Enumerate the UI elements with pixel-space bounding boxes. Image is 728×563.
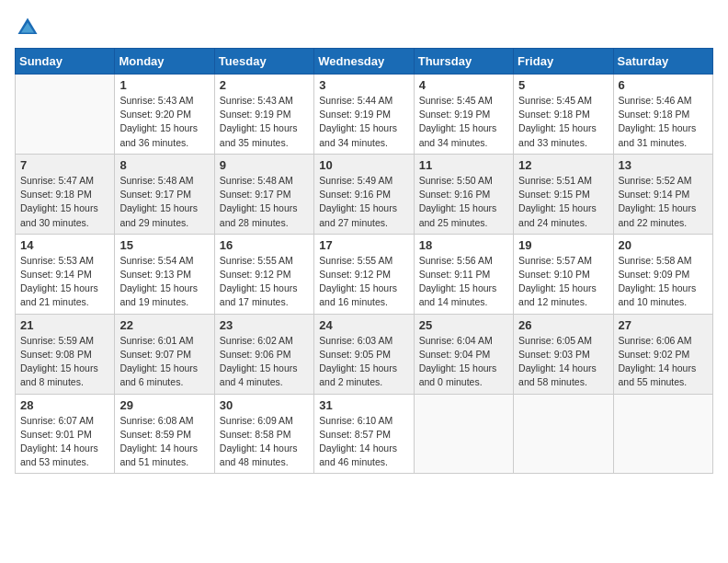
day-number: 8 [119,158,209,172]
calendar-cell: 23Sunrise: 6:02 AM Sunset: 9:06 PM Dayli… [214,314,313,394]
day-number: 25 [419,318,508,332]
day-number: 24 [319,318,408,332]
weekday-header-monday: Monday [115,49,214,75]
day-number: 13 [619,158,708,172]
calendar-cell: 22Sunrise: 6:01 AM Sunset: 9:07 PM Dayli… [115,314,214,394]
calendar-cell: 19Sunrise: 5:57 AM Sunset: 9:10 PM Dayli… [514,234,613,314]
day-number: 19 [518,238,608,252]
calendar-cell: 28Sunrise: 6:07 AM Sunset: 9:01 PM Dayli… [16,394,115,474]
weekday-header-friday: Friday [514,49,613,75]
logo-icon [15,15,40,40]
day-info: Sunrise: 5:48 AM Sunset: 9:17 PM Dayligh… [220,174,309,230]
day-number: 10 [319,158,408,172]
calendar-cell: 26Sunrise: 6:05 AM Sunset: 9:03 PM Dayli… [514,314,613,394]
day-info: Sunrise: 6:02 AM Sunset: 9:06 PM Dayligh… [220,334,309,390]
day-number: 2 [220,78,309,92]
day-info: Sunrise: 5:54 AM Sunset: 9:13 PM Dayligh… [119,254,209,310]
week-row-3: 14Sunrise: 5:53 AM Sunset: 9:14 PM Dayli… [16,234,713,314]
calendar-cell [514,394,613,474]
calendar-cell: 9Sunrise: 5:48 AM Sunset: 9:17 PM Daylig… [214,154,313,234]
day-info: Sunrise: 5:57 AM Sunset: 9:10 PM Dayligh… [518,254,608,310]
day-info: Sunrise: 6:01 AM Sunset: 9:07 PM Dayligh… [119,334,209,390]
day-info: Sunrise: 5:52 AM Sunset: 9:14 PM Dayligh… [619,174,708,230]
calendar-cell [16,75,115,155]
day-number: 23 [220,318,309,332]
calendar-cell: 18Sunrise: 5:56 AM Sunset: 9:11 PM Dayli… [414,234,513,314]
day-number: 18 [419,238,508,252]
day-info: Sunrise: 6:04 AM Sunset: 9:04 PM Dayligh… [419,334,508,390]
day-number: 17 [319,238,408,252]
calendar-cell: 7Sunrise: 5:47 AM Sunset: 9:18 PM Daylig… [16,154,115,234]
day-number: 3 [319,78,408,92]
weekday-header-row: SundayMondayTuesdayWednesdayThursdayFrid… [16,49,713,75]
weekday-header-tuesday: Tuesday [214,49,313,75]
day-number: 16 [220,238,309,252]
day-info: Sunrise: 6:03 AM Sunset: 9:05 PM Dayligh… [319,334,408,390]
day-info: Sunrise: 5:47 AM Sunset: 9:18 PM Dayligh… [20,174,109,230]
day-info: Sunrise: 6:09 AM Sunset: 8:58 PM Dayligh… [220,414,309,470]
week-row-2: 7Sunrise: 5:47 AM Sunset: 9:18 PM Daylig… [16,154,713,234]
day-number: 31 [319,398,408,412]
calendar-cell: 25Sunrise: 6:04 AM Sunset: 9:04 PM Dayli… [414,314,513,394]
calendar-cell: 30Sunrise: 6:09 AM Sunset: 8:58 PM Dayli… [214,394,313,474]
week-row-1: 1Sunrise: 5:43 AM Sunset: 9:20 PM Daylig… [16,75,713,155]
day-info: Sunrise: 6:06 AM Sunset: 9:02 PM Dayligh… [619,334,708,390]
day-info: Sunrise: 5:44 AM Sunset: 9:19 PM Dayligh… [319,94,408,150]
calendar-cell: 14Sunrise: 5:53 AM Sunset: 9:14 PM Dayli… [16,234,115,314]
day-info: Sunrise: 5:51 AM Sunset: 9:15 PM Dayligh… [518,174,608,230]
calendar-cell: 3Sunrise: 5:44 AM Sunset: 9:19 PM Daylig… [314,75,414,155]
calendar-cell: 27Sunrise: 6:06 AM Sunset: 9:02 PM Dayli… [613,314,712,394]
calendar-cell: 21Sunrise: 5:59 AM Sunset: 9:08 PM Dayli… [16,314,115,394]
day-info: Sunrise: 5:59 AM Sunset: 9:08 PM Dayligh… [20,334,109,390]
day-info: Sunrise: 5:55 AM Sunset: 9:12 PM Dayligh… [220,254,309,310]
calendar-cell: 15Sunrise: 5:54 AM Sunset: 9:13 PM Dayli… [115,234,214,314]
week-row-4: 21Sunrise: 5:59 AM Sunset: 9:08 PM Dayli… [16,314,713,394]
week-row-5: 28Sunrise: 6:07 AM Sunset: 9:01 PM Dayli… [16,394,713,474]
calendar-cell: 13Sunrise: 5:52 AM Sunset: 9:14 PM Dayli… [613,154,712,234]
day-number: 6 [619,78,708,92]
day-number: 21 [20,318,109,332]
calendar-cell: 12Sunrise: 5:51 AM Sunset: 9:15 PM Dayli… [514,154,613,234]
day-info: Sunrise: 6:05 AM Sunset: 9:03 PM Dayligh… [518,334,608,390]
weekday-header-saturday: Saturday [613,49,712,75]
calendar-cell: 5Sunrise: 5:45 AM Sunset: 9:18 PM Daylig… [514,75,613,155]
day-info: Sunrise: 6:10 AM Sunset: 8:57 PM Dayligh… [319,414,408,470]
calendar-cell: 4Sunrise: 5:45 AM Sunset: 9:19 PM Daylig… [414,75,513,155]
day-number: 29 [119,398,209,412]
day-number: 12 [518,158,608,172]
day-info: Sunrise: 5:43 AM Sunset: 9:20 PM Dayligh… [119,94,209,150]
day-info: Sunrise: 5:49 AM Sunset: 9:16 PM Dayligh… [319,174,408,230]
calendar-cell: 24Sunrise: 6:03 AM Sunset: 9:05 PM Dayli… [314,314,414,394]
day-info: Sunrise: 5:58 AM Sunset: 9:09 PM Dayligh… [619,254,708,310]
day-number: 4 [419,78,508,92]
calendar-cell: 29Sunrise: 6:08 AM Sunset: 8:59 PM Dayli… [115,394,214,474]
day-info: Sunrise: 5:50 AM Sunset: 9:16 PM Dayligh… [419,174,508,230]
calendar-cell: 17Sunrise: 5:55 AM Sunset: 9:12 PM Dayli… [314,234,414,314]
day-number: 15 [119,238,209,252]
calendar-cell [613,394,712,474]
day-number: 5 [518,78,608,92]
day-number: 28 [20,398,109,412]
calendar-cell: 16Sunrise: 5:55 AM Sunset: 9:12 PM Dayli… [214,234,313,314]
day-number: 1 [119,78,209,92]
day-info: Sunrise: 5:46 AM Sunset: 9:18 PM Dayligh… [619,94,708,150]
calendar-cell: 10Sunrise: 5:49 AM Sunset: 9:16 PM Dayli… [314,154,414,234]
day-number: 20 [619,238,708,252]
day-number: 30 [220,398,309,412]
calendar-cell: 2Sunrise: 5:43 AM Sunset: 9:19 PM Daylig… [214,75,313,155]
day-info: Sunrise: 5:43 AM Sunset: 9:19 PM Dayligh… [220,94,309,150]
page-header [15,15,713,40]
day-number: 26 [518,318,608,332]
calendar-cell: 11Sunrise: 5:50 AM Sunset: 9:16 PM Dayli… [414,154,513,234]
calendar-cell: 6Sunrise: 5:46 AM Sunset: 9:18 PM Daylig… [613,75,712,155]
day-number: 14 [20,238,109,252]
weekday-header-sunday: Sunday [16,49,115,75]
day-info: Sunrise: 6:08 AM Sunset: 8:59 PM Dayligh… [119,414,209,470]
day-info: Sunrise: 5:45 AM Sunset: 9:19 PM Dayligh… [419,94,508,150]
day-number: 11 [419,158,508,172]
logo [15,15,44,40]
day-number: 7 [20,158,109,172]
calendar-cell [414,394,513,474]
day-info: Sunrise: 5:53 AM Sunset: 9:14 PM Dayligh… [20,254,109,310]
calendar-cell: 31Sunrise: 6:10 AM Sunset: 8:57 PM Dayli… [314,394,414,474]
